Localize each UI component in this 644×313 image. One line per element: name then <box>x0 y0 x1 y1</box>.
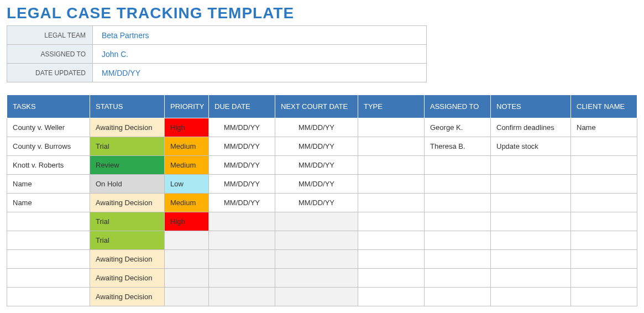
cell-status[interactable]: Awaiting Decision <box>90 118 165 137</box>
cell-priority[interactable]: Low <box>165 175 209 194</box>
cell-notes[interactable] <box>491 288 571 306</box>
cell-client-name[interactable] <box>571 212 637 231</box>
cell-task[interactable] <box>7 288 90 306</box>
cell-task[interactable]: County v. Weller <box>7 118 90 137</box>
cell-next-court[interactable] <box>275 250 358 269</box>
cell-priority[interactable]: High <box>165 118 209 137</box>
cell-client-name[interactable] <box>571 269 637 288</box>
cell-priority[interactable]: High <box>165 212 209 231</box>
cell-due-date[interactable]: MM/DD/YY <box>209 156 275 175</box>
cell-notes[interactable] <box>491 269 571 288</box>
cell-type[interactable] <box>358 231 425 250</box>
date-updated-value[interactable]: MM/DD/YY <box>93 64 427 82</box>
cell-due-date[interactable]: MM/DD/YY <box>209 175 275 194</box>
cell-client-name[interactable] <box>571 231 637 250</box>
cell-notes[interactable] <box>491 156 571 175</box>
cell-assigned-to[interactable] <box>425 212 491 231</box>
cell-assigned-to[interactable]: George K. <box>425 118 491 137</box>
cell-status[interactable]: Awaiting Decision <box>90 288 165 306</box>
cell-notes[interactable]: Update stock <box>491 137 571 156</box>
assigned-to-label: ASSIGNED TO <box>7 45 93 64</box>
cell-due-date[interactable] <box>209 212 275 231</box>
cell-priority[interactable]: Medium <box>165 137 209 156</box>
cell-notes[interactable] <box>491 175 571 194</box>
cell-assigned-to[interactable] <box>425 156 491 175</box>
cell-task[interactable]: Name <box>7 175 90 194</box>
cell-next-court[interactable] <box>275 231 358 250</box>
cell-status[interactable]: Review <box>90 156 165 175</box>
cell-due-date[interactable]: MM/DD/YY <box>209 118 275 137</box>
table-row: TrialHigh <box>7 212 637 231</box>
cell-type[interactable] <box>358 175 425 194</box>
cell-assigned-to[interactable]: Theresa B. <box>425 137 491 156</box>
cell-due-date[interactable] <box>209 288 275 306</box>
cell-client-name[interactable] <box>571 288 637 306</box>
col-header-notes: NOTES <box>491 95 571 118</box>
cell-client-name[interactable] <box>571 250 637 269</box>
cell-next-court[interactable]: MM/DD/YY <box>275 175 358 194</box>
cell-due-date[interactable]: MM/DD/YY <box>209 137 275 156</box>
cell-priority[interactable] <box>165 231 209 250</box>
cell-client-name[interactable] <box>571 194 637 212</box>
cell-status[interactable]: Trial <box>90 231 165 250</box>
cell-status[interactable]: Trial <box>90 212 165 231</box>
cell-assigned-to[interactable] <box>425 250 491 269</box>
cell-assigned-to[interactable] <box>425 194 491 212</box>
cell-status[interactable]: Awaiting Decision <box>90 269 165 288</box>
cell-type[interactable] <box>358 288 425 306</box>
cell-notes[interactable]: Confirm deadlines <box>491 118 571 137</box>
cell-next-court[interactable] <box>275 212 358 231</box>
cell-task[interactable] <box>7 231 90 250</box>
cell-next-court[interactable]: MM/DD/YY <box>275 156 358 175</box>
cell-assigned-to[interactable] <box>425 175 491 194</box>
cell-type[interactable] <box>358 194 425 212</box>
table-row: Awaiting Decision <box>7 288 637 306</box>
cell-task[interactable] <box>7 250 90 269</box>
cell-due-date[interactable]: MM/DD/YY <box>209 194 275 212</box>
cell-priority[interactable] <box>165 288 209 306</box>
assigned-to-value[interactable]: John C. <box>93 45 427 64</box>
cell-priority[interactable] <box>165 269 209 288</box>
cell-type[interactable] <box>358 250 425 269</box>
cell-next-court[interactable]: MM/DD/YY <box>275 118 358 137</box>
cell-assigned-to[interactable] <box>425 288 491 306</box>
cell-client-name[interactable]: Name <box>571 118 637 137</box>
table-row: Knott v. RobertsReviewMediumMM/DD/YYMM/D… <box>7 156 637 175</box>
legal-team-value[interactable]: Beta Partners <box>93 26 427 45</box>
cell-notes[interactable] <box>491 250 571 269</box>
cell-task[interactable]: County v. Burrows <box>7 137 90 156</box>
cell-due-date[interactable] <box>209 231 275 250</box>
cell-type[interactable] <box>358 118 425 137</box>
cell-status[interactable]: Awaiting Decision <box>90 194 165 212</box>
cell-client-name[interactable] <box>571 137 637 156</box>
cell-client-name[interactable] <box>571 156 637 175</box>
cell-notes[interactable] <box>491 212 571 231</box>
cell-due-date[interactable] <box>209 250 275 269</box>
cell-next-court[interactable]: MM/DD/YY <box>275 194 358 212</box>
cell-type[interactable] <box>358 137 425 156</box>
cell-client-name[interactable] <box>571 175 637 194</box>
cell-next-court[interactable] <box>275 288 358 306</box>
cell-priority[interactable]: Medium <box>165 194 209 212</box>
col-header-priority: PRIORITY <box>165 95 209 118</box>
cell-due-date[interactable] <box>209 269 275 288</box>
cell-task[interactable] <box>7 269 90 288</box>
cell-type[interactable] <box>358 269 425 288</box>
cell-priority[interactable] <box>165 250 209 269</box>
cell-notes[interactable] <box>491 194 571 212</box>
cell-type[interactable] <box>358 156 425 175</box>
cell-type[interactable] <box>358 212 425 231</box>
cell-status[interactable]: Trial <box>90 137 165 156</box>
cell-task[interactable]: Knott v. Roberts <box>7 156 90 175</box>
cell-status[interactable]: On Hold <box>90 175 165 194</box>
cell-assigned-to[interactable] <box>425 231 491 250</box>
cell-notes[interactable] <box>491 231 571 250</box>
cell-assigned-to[interactable] <box>425 269 491 288</box>
cell-next-court[interactable] <box>275 269 358 288</box>
cell-task[interactable]: Name <box>7 194 90 212</box>
table-row: County v. BurrowsTrialMediumMM/DD/YYMM/D… <box>7 137 637 156</box>
cell-status[interactable]: Awaiting Decision <box>90 250 165 269</box>
cell-next-court[interactable]: MM/DD/YY <box>275 137 358 156</box>
cell-priority[interactable]: Medium <box>165 156 209 175</box>
cell-task[interactable] <box>7 212 90 231</box>
